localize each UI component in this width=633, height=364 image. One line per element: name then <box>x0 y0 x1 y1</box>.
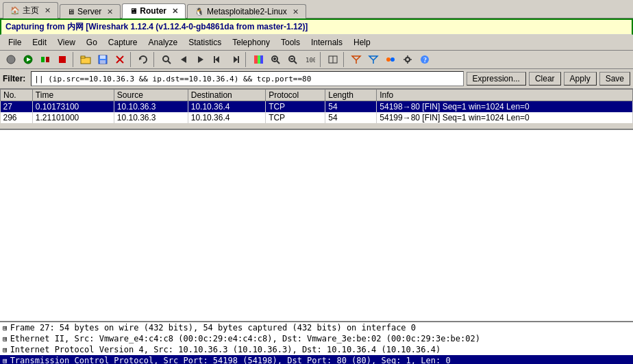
toolbar-save[interactable] <box>95 52 111 67</box>
detail-expand-icon: ⊞ <box>3 324 8 333</box>
svg-rect-21 <box>238 56 239 63</box>
toolbar-display-filter[interactable] <box>365 52 382 67</box>
cell-info: 54198→80 [FIN] Seq=1 win=1024 Len=0 <box>377 101 633 113</box>
tab-zhuye[interactable]: 🏠 主页 ✕ <box>3 2 58 18</box>
toolbar-stop-capture[interactable] <box>20 52 36 67</box>
detail-expand-icon: ⊞ <box>3 356 8 365</box>
toolbar-start-capture[interactable] <box>3 52 19 67</box>
svg-point-14 <box>163 56 169 62</box>
tab-router-icon: 🖥 <box>129 7 137 15</box>
menu-view[interactable]: View <box>52 36 81 49</box>
toolbar-go-forward[interactable] <box>193 52 209 67</box>
svg-point-35 <box>386 57 390 62</box>
tab-meta-icon: 🐧 <box>195 8 204 16</box>
toolbar-go-last[interactable] <box>227 52 243 67</box>
col-header-no: No. <box>1 90 33 101</box>
filter-input[interactable] <box>31 71 463 86</box>
menu-internals[interactable]: Internals <box>306 36 348 49</box>
detail-row-ethernet[interactable]: ⊞ Ethernet II, Src: Vmware_e4:c4:c8 (00:… <box>0 333 633 344</box>
table-row[interactable]: 296 1.21101000 10.10.36.3 10.10.36.4 TCP… <box>1 112 633 123</box>
svg-rect-19 <box>214 56 215 63</box>
tab-server[interactable]: 🖥 Server ✕ <box>60 4 121 18</box>
toolbar-sep-3 <box>153 52 156 67</box>
cell-time: 0.10173100 <box>32 101 114 113</box>
filter-apply-btn[interactable]: Apply <box>564 72 597 86</box>
menu-tools[interactable]: Tools <box>275 36 306 49</box>
capture-bar: Capturing from 内网 [Wireshark 1.12.4 (v1.… <box>0 18 633 35</box>
toolbar-colorize-rules[interactable] <box>382 52 399 67</box>
menu-go[interactable]: Go <box>81 36 103 49</box>
toolbar-colorize[interactable] <box>250 52 266 67</box>
capture-bar-text: Capturing from 内网 [Wireshark 1.12.4 (v1.… <box>5 22 308 31</box>
detail-frame-text: Frame 27: 54 bytes on wire (432 bits), 5… <box>10 323 416 333</box>
svg-point-0 <box>7 55 15 64</box>
svg-line-31 <box>294 61 297 64</box>
detail-row-tcp[interactable]: ⊞ Transmission Control Protocol, Src Por… <box>0 355 633 364</box>
menu-analyze[interactable]: Analyze <box>143 36 184 49</box>
table-row[interactable]: 27 0.10173100 10.10.36.3 10.10.36.4 TCP … <box>1 101 633 113</box>
detail-ip-text: Internet Protocol Version 4, Src: 10.10.… <box>10 345 441 354</box>
svg-rect-9 <box>100 55 106 59</box>
svg-point-37 <box>406 57 410 62</box>
detail-row-ip[interactable]: ⊞ Internet Protocol Version 4, Src: 10.1… <box>0 344 633 355</box>
svg-text:?: ? <box>423 56 427 64</box>
toolbar-go-back[interactable] <box>175 52 192 67</box>
toolbar-sep-2 <box>130 52 133 67</box>
toolbar-help[interactable]: ? <box>417 52 433 67</box>
col-header-info: Info <box>377 90 633 101</box>
svg-marker-20 <box>234 56 238 63</box>
menu-edit[interactable]: Edit <box>27 36 52 49</box>
cell-no: 27 <box>1 101 33 113</box>
detail-row-frame[interactable]: ⊞ Frame 27: 54 bytes on wire (432 bits),… <box>0 322 633 333</box>
toolbar-close-file[interactable] <box>112 52 128 67</box>
menu-telephony[interactable]: Telephony <box>227 36 275 49</box>
toolbar-find[interactable] <box>158 52 175 67</box>
cell-info: 54199→80 [FIN] Seq=1 win=1024 Len=0 <box>377 112 633 123</box>
toolbar-zoom-in[interactable] <box>267 52 284 67</box>
packet-bytes-area[interactable] <box>0 130 633 322</box>
svg-rect-23 <box>258 55 260 64</box>
main-content: No. Time Source Destination Protocol Len… <box>0 89 633 364</box>
cell-length: 54 <box>325 112 377 123</box>
detail-ethernet-text: Ethernet II, Src: Vmware_e4:c4:c8 (00:0c… <box>10 334 480 343</box>
filter-save-btn[interactable]: Save <box>599 72 630 86</box>
tab-router-close[interactable]: ✕ <box>172 7 178 16</box>
tab-zhuye-close[interactable]: ✕ <box>45 6 51 15</box>
tab-router-label: Router <box>140 6 166 16</box>
toolbar-zoom-out[interactable] <box>284 52 301 67</box>
cell-source: 10.10.36.3 <box>114 112 188 123</box>
tab-zhuye-icon: 🏠 <box>10 6 20 15</box>
toolbar-prefs[interactable] <box>399 52 416 67</box>
toolbar-sep-5 <box>320 52 323 67</box>
filter-expression-btn[interactable]: Expression... <box>467 72 526 86</box>
toolbar-reload[interactable] <box>135 52 151 67</box>
tab-zhuye-label: 主页 <box>23 5 39 16</box>
col-header-source: Source <box>114 90 188 101</box>
tab-router[interactable]: 🖥 Router ✕ <box>122 3 186 18</box>
toolbar-resize-columns[interactable] <box>325 52 341 67</box>
tab-meta-close[interactable]: ✕ <box>293 8 299 16</box>
detail-expand-icon: ⊞ <box>3 335 8 343</box>
toolbar-capture-filter[interactable] <box>348 52 364 67</box>
menu-file[interactable]: File <box>3 36 27 49</box>
tab-metasploitable[interactable]: 🐧 Metasploitable2-Linux ✕ <box>187 4 306 18</box>
toolbar-zoom-100[interactable]: 100 <box>301 52 318 67</box>
toolbar-restart-capture[interactable] <box>37 52 53 67</box>
menu-statistics[interactable]: Statistics <box>183 36 227 49</box>
menu-capture[interactable]: Capture <box>103 36 143 49</box>
tab-bar: 🏠 主页 ✕ 🖥 Server ✕ 🖥 Router ✕ 🐧 Metasploi… <box>0 0 633 18</box>
tab-server-close[interactable]: ✕ <box>107 8 113 16</box>
col-header-length: Length <box>325 90 377 101</box>
filter-clear-btn[interactable]: Clear <box>529 72 561 86</box>
toolbar-stop-red[interactable] <box>54 52 71 67</box>
svg-text:100: 100 <box>306 57 315 64</box>
toolbar-open[interactable] <box>77 52 94 67</box>
toolbar-go-first[interactable] <box>210 52 226 67</box>
menu-help[interactable]: Help <box>348 36 376 49</box>
packet-list-container[interactable]: No. Time Source Destination Protocol Len… <box>0 89 633 130</box>
toolbar-sep-4 <box>245 52 248 67</box>
table-header-row: No. Time Source Destination Protocol Len… <box>1 90 633 101</box>
svg-point-36 <box>390 57 395 62</box>
svg-marker-18 <box>215 56 219 63</box>
toolbar-sep-6 <box>343 52 346 67</box>
